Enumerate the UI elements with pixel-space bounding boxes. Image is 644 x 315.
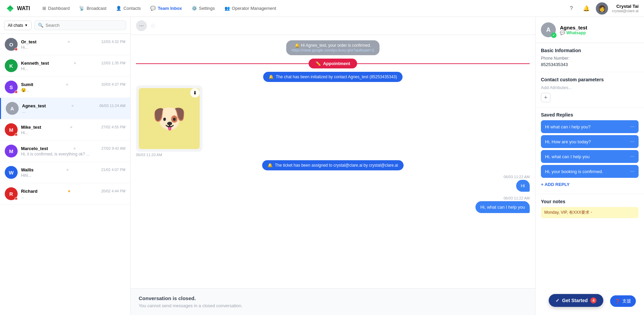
reply-more-icon[interactable]: ··· [630, 153, 635, 160]
get-started-badge: 4 [590, 297, 597, 303]
chat-item-wallis[interactable]: W Wallis ★ 21/02 4:07 PM Hihi... [0, 162, 130, 183]
nav-right: ? 🔔 👩 Crystal Tai crystal@clare.ai [566, 2, 639, 15]
help-button[interactable]: ? [566, 3, 577, 14]
nav-item-team-inbox[interactable]: 💬 Team Inbox [146, 4, 186, 13]
nav-label-settings: Settings [199, 6, 215, 11]
chat-time: 27/02 4:55 PM [101, 125, 125, 129]
add-reply-button[interactable]: + ADD REPLY [541, 180, 639, 189]
more-options-button[interactable]: ··· [136, 20, 147, 31]
reply-more-icon[interactable]: ··· [630, 124, 635, 130]
reply-text: Hi, what can I help you [545, 154, 590, 159]
notifications-button[interactable]: 🔔 [581, 3, 592, 14]
chat-name: Or_test [21, 39, 37, 44]
chat-item-marcelo_test[interactable]: M Marcelo_test ★ 27/02 9:42 AM Hi, it is… [0, 141, 130, 162]
chat-time: 21/02 4:07 PM [101, 168, 125, 172]
chat-preview: Hi... [21, 130, 125, 135]
chat-item-kenneth_test[interactable]: K Kenneth_test ★ 12/03 1:35 PM Hi... [0, 55, 130, 77]
phone-label: Phone Number: [541, 56, 639, 61]
broadcast-icon: 📡 [79, 6, 84, 11]
system-message-initialized: 🔔 The chat has been initialized by conta… [263, 72, 403, 82]
chat-preview: Hi, it is confirmed, is everything ok? .… [21, 152, 125, 156]
chat-info: Or_test ★ 12/03 4:32 PM Hi... [21, 39, 125, 50]
nav-item-settings[interactable]: ⚙️ Settings [188, 4, 219, 13]
chat-item-agnes_test[interactable]: A Agnes_test ★ 06/03 11:24 AM ... [0, 98, 130, 119]
reply-more-icon[interactable]: ··· [630, 168, 635, 174]
chat-info: Agnes_test ★ 06/03 11:24 AM ... [22, 103, 125, 114]
saved-reply-2[interactable]: Hi, what can I help you ··· [541, 150, 639, 163]
help-time: 06/03 11:22 AM [504, 196, 530, 200]
note-content: Monday, VIP, 有XXX要求・ [541, 207, 639, 218]
chat-info: Kenneth_test ★ 12/03 1:35 PM Hi... [21, 61, 125, 71]
chat-avatar: M [5, 123, 18, 136]
online-indicator [15, 197, 18, 200]
contact-name: Agnes_test [560, 25, 587, 30]
chat-name: Sumit [21, 82, 33, 87]
support-button[interactable]: ❓ 支援 [610, 295, 636, 307]
notes-title: Your notes [541, 199, 639, 204]
chat-item-sumit[interactable]: S Sumit ★ 10/03 4:37 PM 😧... [0, 77, 130, 98]
chat-avatar: W [5, 166, 18, 179]
nav-item-broadcast[interactable]: 📡 Broadcast [75, 4, 111, 13]
filter-select[interactable]: All chats ▼ [4, 21, 32, 30]
saved-reply-0[interactable]: Hi what can i help you? ··· [541, 120, 639, 133]
nav-item-contacts[interactable]: 👤 Contacts [112, 4, 145, 13]
chat-top-bar: ··· ☆ [131, 17, 535, 35]
closed-subtitle: You cannot send messages in a closed con… [139, 303, 527, 308]
grid-icon: ⊞ [42, 6, 46, 11]
top-navigation: WATI ⊞ Dashboard 📡 Broadcast 👤 Contacts … [0, 0, 644, 17]
reply-text: Hi what can i help you? [545, 124, 590, 129]
get-started-button[interactable]: ✓ Get Started 4 [549, 294, 603, 307]
add-attributes-label: Add Attributes... [541, 85, 639, 90]
custom-params-title: Contact custom parameters [541, 77, 639, 82]
search-box: 🔍 [34, 20, 126, 30]
appointment-bar[interactable]: ✏️ Appointment [309, 59, 357, 68]
star-button[interactable]: ☆ [150, 22, 156, 29]
chat-item-or_test[interactable]: O Or_test ★ 12/03 4:32 PM Hi... [0, 34, 130, 55]
help-bubble: Hi, what can I help you [475, 201, 530, 213]
logo-text: WATI [17, 5, 30, 12]
support-icon: ❓ [615, 299, 620, 304]
avatar[interactable]: 👩 [596, 2, 608, 15]
bell-icon-2: 🔔 [269, 75, 274, 79]
chat-avatar: S [5, 81, 18, 93]
whatsapp-icon: 💬 [560, 30, 565, 35]
chat-avatar: A [6, 102, 19, 115]
whatsapp-label: 💬 Whatsapp [560, 30, 587, 35]
chat-avatar: O [5, 38, 18, 51]
reply-text: Hi, your booking is confirmed. [545, 169, 603, 174]
search-input[interactable] [45, 23, 122, 28]
reply-more-icon[interactable]: ··· [630, 139, 635, 145]
chat-avatar: K [5, 59, 18, 72]
get-started-label: Get Started [562, 298, 588, 303]
support-label: 支援 [622, 298, 631, 304]
meet-link[interactable]: https://meet.google.com/ips-kcey-ghx?aut… [292, 48, 374, 52]
system-message-ticket: 🔔 The ticket has been assigned to crysta… [262, 160, 403, 170]
chat-time: 06/03 11:24 AM [99, 104, 125, 108]
download-button[interactable]: ⬇ [190, 88, 200, 98]
basic-info-title: Basic Information [541, 48, 639, 53]
basic-info-section: Basic Information Phone Number: 85253435… [535, 43, 644, 72]
saved-reply-1[interactable]: Hi, How are you today? ··· [541, 135, 639, 148]
star-icon: ★ [70, 125, 73, 129]
contacts-icon: 👤 [116, 6, 121, 11]
closed-area: Conversation is closed. You cannot send … [131, 288, 535, 315]
appt-line-left [136, 63, 309, 64]
chat-time: 12/03 4:32 PM [101, 40, 125, 44]
chat-item-richard[interactable]: R Richard ★ 20/02 4:44 PM ... [0, 183, 130, 205]
chat-name: Wallis [21, 167, 34, 172]
chat-item-mike_test[interactable]: M Mike_test ★ 27/02 4:55 PM Hi... [0, 119, 130, 141]
nav-label-broadcast: Broadcast [86, 6, 106, 11]
online-indicator [15, 133, 18, 136]
filter-label: All chats [8, 23, 23, 28]
people-icon: 👥 [225, 6, 230, 11]
star-icon: ★ [73, 146, 76, 151]
appt-line-right [357, 63, 530, 64]
nav-item-operator[interactable]: 👥 Operator Management [220, 4, 280, 13]
nav-label-dashboard: Dashboard [48, 6, 70, 11]
saved-reply-3[interactable]: Hi, your booking is confirmed. ··· [541, 165, 639, 178]
add-attribute-button[interactable]: + [541, 93, 550, 102]
hi-message: 06/03 11:22 AM Hi [504, 174, 530, 192]
chat-info: Richard ★ 20/02 4:44 PM ... [21, 189, 125, 199]
nav-label-contacts: Contacts [123, 6, 141, 11]
nav-item-dashboard[interactable]: ⊞ Dashboard [38, 4, 74, 13]
